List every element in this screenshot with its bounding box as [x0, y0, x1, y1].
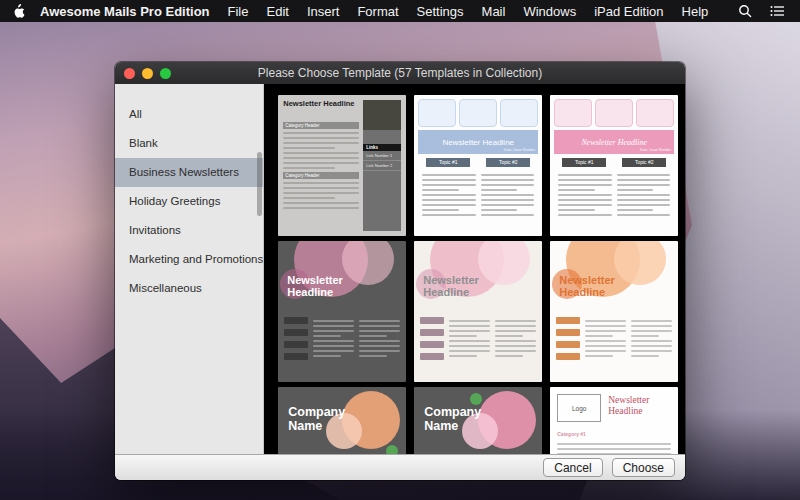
template-thumbnail-9[interactable]: Logo Newsletter Headline Category #1	[550, 387, 678, 454]
template-side-column: Links Link Number 1 Link Number 2	[363, 100, 401, 231]
cancel-button[interactable]: Cancel	[543, 458, 602, 477]
template-thumbnail-7[interactable]: Company Name	[278, 387, 406, 454]
template-subtitle: Date, Issue Number	[640, 148, 671, 152]
headline-band: Newsletter Headline Date, Issue Number	[554, 130, 674, 154]
headline-band: Newsletter Headline Date, Issue Number	[418, 130, 538, 154]
template-title: Newsletter Headline	[423, 275, 515, 299]
template-grid: Newsletter Headline Category Header Cate…	[264, 84, 685, 454]
apple-menu[interactable]	[12, 4, 25, 19]
template-thumbnail-3[interactable]: Newsletter Headline Date, Issue Number T…	[550, 95, 678, 236]
template-title: Newsletter Headline	[287, 275, 379, 299]
image-placeholders	[554, 99, 674, 127]
category-header-label: Category Header	[283, 172, 359, 179]
sidebar-item-blank[interactable]: Blank	[115, 129, 263, 158]
template-body: Category Header Category Header	[283, 119, 359, 231]
template-title: Newsletter Headline	[559, 275, 651, 299]
sidebar-item-all[interactable]: All	[115, 100, 263, 129]
template-title: Newsletter Headline	[581, 138, 647, 147]
category-header-label: Category Header	[283, 122, 359, 129]
search-icon	[738, 4, 752, 18]
template-title: Newsletter Headline	[608, 395, 673, 416]
template-thumbnail-6[interactable]: Newsletter Headline	[550, 241, 678, 382]
category-sidebar: All Blank Business Newsletters Holiday G…	[115, 84, 264, 454]
template-title: Newsletter Headline	[283, 100, 357, 108]
text-lines	[557, 440, 671, 454]
sidebar-item-marketing-and-promotions[interactable]: Marketing and Promotions	[115, 245, 263, 274]
decor-circle	[386, 445, 398, 454]
decor-circle	[470, 393, 482, 405]
topic-1-label: Topic #1	[426, 158, 470, 167]
menu-item-format[interactable]: Format	[348, 4, 407, 19]
template-body	[556, 317, 672, 377]
topic-1-label: Topic #1	[562, 158, 606, 167]
sidebar-item-holiday-greetings[interactable]: Holiday Greetings	[115, 187, 263, 216]
text-lines	[283, 182, 359, 209]
menu-item-edit[interactable]: Edit	[257, 4, 297, 19]
sidebar-item-invitations[interactable]: Invitations	[115, 216, 263, 245]
article-chips	[284, 317, 308, 377]
zoom-button[interactable]	[160, 68, 171, 79]
links-label: Links	[363, 144, 401, 151]
topic-2-label: Topic #2	[622, 158, 666, 167]
topic-buttons: Topic #1 Topic #2	[418, 154, 538, 169]
template-title: Company Name	[288, 405, 368, 433]
close-button[interactable]	[124, 68, 135, 79]
sidebar-item-business-newsletters[interactable]: Business Newsletters	[115, 158, 263, 187]
menu-item-insert[interactable]: Insert	[298, 4, 349, 19]
template-thumbnail-1[interactable]: Newsletter Headline Category Header Cate…	[278, 95, 406, 236]
template-thumbnail-4[interactable]: Newsletter Headline	[278, 241, 406, 382]
template-body	[420, 317, 536, 377]
template-chooser-window: Please Choose Template (57 Templates in …	[115, 62, 685, 480]
menu-item-mail[interactable]: Mail	[473, 4, 515, 19]
template-subtitle: Date, Issue Number	[504, 148, 535, 152]
template-title: Company Name	[424, 405, 504, 433]
link-item: Link Number 2	[363, 161, 401, 171]
menu-bar: Awesome Mails Pro Edition File Edit Inse…	[0, 0, 800, 22]
template-thumbnail-8[interactable]: Company Name	[414, 387, 542, 454]
sidebar-scrollbar[interactable]	[257, 152, 262, 216]
spotlight-search-button[interactable]	[729, 4, 761, 18]
menu-item-settings[interactable]: Settings	[408, 4, 473, 19]
logo-placeholder: Logo	[557, 394, 601, 422]
text-columns	[418, 169, 538, 232]
window-title: Please Choose Template (57 Templates in …	[258, 66, 542, 80]
category-label: Category #1	[557, 431, 586, 437]
photo-placeholder	[363, 100, 401, 130]
list-icon	[770, 5, 785, 17]
menu-item-help[interactable]: Help	[673, 4, 718, 19]
template-body	[284, 317, 400, 377]
menu-item-file[interactable]: File	[219, 4, 258, 19]
notification-center-button[interactable]	[761, 5, 794, 17]
text-lines	[283, 132, 359, 169]
template-thumbnail-5[interactable]: Newsletter Headline	[414, 241, 542, 382]
template-thumbnail-2[interactable]: Newsletter Headline Date, Issue Number T…	[414, 95, 542, 236]
minimize-button[interactable]	[142, 68, 153, 79]
link-item: Link Number 1	[363, 151, 401, 161]
apple-icon	[12, 4, 25, 19]
window-body: All Blank Business Newsletters Holiday G…	[115, 84, 685, 454]
app-menu-title[interactable]: Awesome Mails Pro Edition	[31, 4, 219, 19]
article-chips	[556, 317, 580, 377]
sidebar-item-miscellaneous[interactable]: Miscellaneous	[115, 274, 263, 303]
template-title: Newsletter Headline	[442, 138, 514, 147]
article-chips	[420, 317, 444, 377]
topic-buttons: Topic #1 Topic #2	[554, 154, 674, 169]
choose-button[interactable]: Choose	[612, 458, 675, 477]
topic-2-label: Topic #2	[486, 158, 530, 167]
menu-item-windows[interactable]: Windows	[514, 4, 585, 19]
menu-item-ipad-edition[interactable]: iPad Edition	[585, 4, 672, 19]
window-titlebar[interactable]: Please Choose Template (57 Templates in …	[115, 62, 685, 84]
text-columns	[554, 169, 674, 232]
dialog-footer: Cancel Choose	[115, 454, 685, 480]
traffic-lights	[124, 62, 171, 84]
image-placeholders	[418, 99, 538, 127]
